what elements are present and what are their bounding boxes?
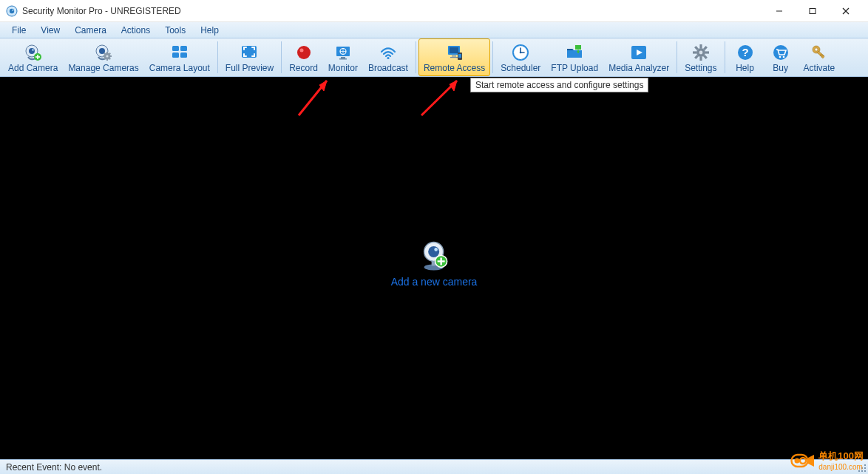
svg-point-8 — [29, 48, 35, 54]
svg-point-2 — [12, 9, 13, 10]
menu-actions[interactable]: Actions — [114, 24, 157, 37]
title-bar: Security Monitor Pro - UNREGISTERED — [0, 0, 868, 22]
buy-button[interactable]: Buy — [763, 38, 799, 76]
help-button[interactable]: ? Help — [728, 38, 763, 76]
settings-button[interactable]: Settings — [679, 38, 722, 76]
svg-rect-56 — [693, 51, 696, 53]
manage-cameras-label: Manage Cameras — [68, 63, 138, 73]
svg-rect-57 — [705, 51, 709, 53]
svg-rect-55 — [699, 57, 702, 61]
svg-point-38 — [387, 57, 389, 59]
media-analyzer-button[interactable]: Media Analyzer — [603, 38, 674, 76]
svg-rect-41 — [452, 55, 456, 57]
svg-point-30 — [297, 46, 311, 59]
menu-help[interactable]: Help — [193, 24, 226, 37]
monitor-icon — [333, 43, 353, 62]
add-camera-placeholder[interactable]: Add a new camera — [391, 239, 478, 288]
remote-access-icon — [445, 43, 464, 62]
buy-label: Buy — [773, 63, 788, 73]
monitor-button[interactable]: Monitor — [323, 38, 363, 76]
remote-access-label: Remote Access — [424, 63, 485, 73]
settings-label: Settings — [685, 63, 716, 73]
svg-rect-26 — [180, 46, 187, 51]
svg-rect-44 — [458, 54, 461, 58]
close-button[interactable] — [829, 0, 862, 22]
svg-rect-28 — [180, 53, 187, 58]
camera-plus-icon — [418, 239, 450, 271]
svg-point-16 — [106, 55, 108, 57]
camera-gear-icon — [94, 43, 113, 62]
broadcast-label: Broadcast — [368, 63, 408, 73]
svg-point-65 — [773, 45, 788, 60]
camera-plus-icon — [24, 43, 43, 62]
watermark: 单机100网 danji100.com — [790, 450, 864, 471]
svg-rect-25 — [172, 46, 179, 51]
media-analyzer-label: Media Analyzer — [608, 63, 669, 73]
record-label: Record — [289, 63, 318, 73]
svg-rect-34 — [339, 58, 347, 60]
activate-label: Activate — [804, 63, 835, 73]
svg-point-81 — [435, 248, 438, 251]
maximize-button[interactable] — [796, 0, 829, 22]
svg-rect-54 — [699, 44, 702, 48]
menu-camera[interactable]: Camera — [67, 24, 114, 37]
cart-icon — [771, 43, 790, 62]
toolbar-separator — [677, 41, 677, 73]
svg-point-66 — [779, 56, 781, 58]
status-text: Recent Event: No event. — [6, 462, 102, 473]
camera-viewport: Start remote access and configure settin… — [0, 77, 868, 459]
annotation-arrow-icon — [291, 75, 343, 119]
full-preview-button[interactable]: Full Preview — [220, 38, 279, 76]
watermark-subtext: danji100.com — [818, 463, 864, 471]
remote-access-tooltip: Start remote access and configure settin… — [470, 78, 648, 92]
menu-file[interactable]: File — [4, 24, 33, 37]
status-bar: Recent Event: No event. — [0, 459, 868, 474]
add-camera-text: Add a new camera — [391, 276, 478, 288]
svg-rect-33 — [341, 57, 345, 58]
scheduler-button[interactable]: Scheduler — [495, 38, 546, 76]
toolbar-separator — [281, 41, 282, 73]
svg-rect-86 — [864, 467, 866, 469]
wifi-icon — [379, 43, 398, 62]
ftp-upload-button[interactable]: FTP Upload — [546, 38, 603, 76]
full-preview-label: Full Preview — [226, 63, 274, 73]
svg-point-93 — [800, 458, 806, 464]
activate-button[interactable]: Activate — [799, 38, 841, 76]
svg-rect-87 — [864, 470, 866, 472]
svg-rect-50 — [575, 45, 581, 50]
toolbar-separator — [725, 41, 725, 73]
app-icon — [6, 5, 18, 17]
svg-rect-42 — [450, 57, 458, 58]
record-button[interactable]: Record — [284, 38, 323, 76]
svg-rect-4 — [810, 8, 816, 13]
svg-point-67 — [782, 56, 784, 58]
svg-point-80 — [428, 246, 439, 257]
menu-view[interactable]: View — [33, 24, 67, 37]
window-title: Security Monitor Pro - UNREGISTERED — [22, 6, 762, 16]
svg-point-69 — [815, 48, 818, 51]
svg-rect-40 — [450, 47, 458, 53]
add-camera-label: Add Camera — [8, 63, 58, 73]
svg-rect-85 — [864, 464, 866, 466]
svg-line-24 — [104, 58, 105, 59]
svg-line-21 — [104, 53, 105, 54]
key-icon — [810, 43, 829, 62]
svg-rect-51 — [577, 51, 579, 53]
toolbar-separator — [416, 41, 416, 73]
ftp-upload-label: FTP Upload — [551, 63, 598, 73]
toolbar-separator — [492, 41, 493, 73]
annotation-arrow-icon — [414, 75, 472, 119]
menu-bar: File View Camera Actions Tools Help — [0, 22, 868, 38]
svg-point-62 — [699, 51, 702, 55]
camera-layout-button[interactable]: Camera Layout — [144, 38, 215, 76]
add-camera-button[interactable]: Add Camera — [3, 38, 63, 76]
minimize-button[interactable] — [762, 0, 796, 22]
play-icon — [629, 43, 648, 62]
svg-rect-27 — [172, 53, 179, 58]
remote-access-button[interactable]: Remote Access — [418, 38, 490, 76]
menu-tools[interactable]: Tools — [157, 24, 193, 37]
manage-cameras-button[interactable]: Manage Cameras — [63, 38, 143, 76]
broadcast-button[interactable]: Broadcast — [363, 38, 413, 76]
svg-point-31 — [299, 49, 303, 53]
svg-point-49 — [520, 52, 522, 54]
